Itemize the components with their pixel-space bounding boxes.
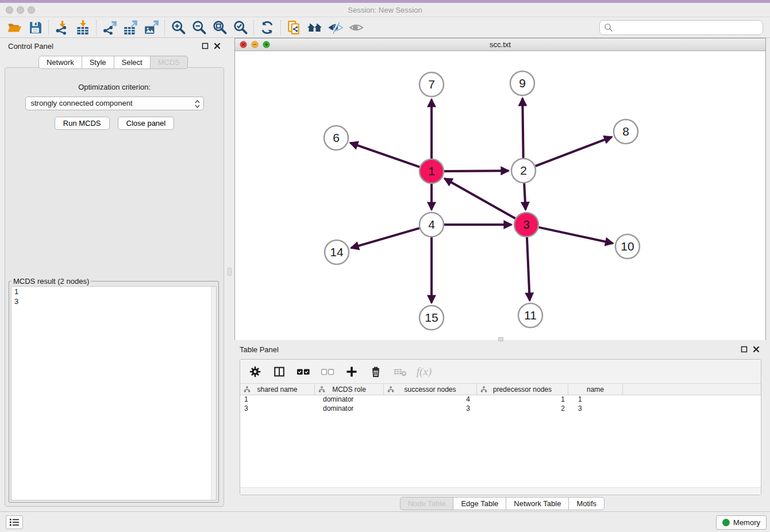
search-input[interactable] bbox=[614, 22, 763, 33]
node-2[interactable]: 2 bbox=[511, 159, 536, 183]
dropdown-stepper-icon bbox=[194, 98, 201, 114]
table-row[interactable]: 1dominator411 bbox=[240, 395, 761, 404]
tab-style[interactable]: Style bbox=[82, 56, 114, 69]
zoom-out-icon[interactable] bbox=[190, 20, 207, 36]
edge-1-2[interactable] bbox=[444, 171, 509, 171]
edge-3-11[interactable] bbox=[527, 237, 530, 300]
table-tab-motifs[interactable]: Motifs bbox=[568, 497, 605, 510]
table-tab-edge-table[interactable]: Edge Table bbox=[453, 497, 506, 510]
table-cell[interactable]: dominator bbox=[315, 404, 384, 414]
edge-4-14[interactable] bbox=[351, 228, 419, 248]
export-network-icon[interactable] bbox=[101, 20, 118, 36]
select-all-checks-icon[interactable] bbox=[295, 364, 311, 380]
float-panel-icon[interactable] bbox=[202, 43, 209, 49]
table-cell[interactable]: 3 bbox=[384, 404, 477, 414]
node-14[interactable]: 14 bbox=[325, 240, 349, 264]
table-row[interactable]: 3dominator323 bbox=[240, 404, 761, 414]
import-table-icon[interactable] bbox=[74, 20, 91, 36]
zoom-selected-icon[interactable] bbox=[232, 20, 249, 36]
table-horizontal-scrollbar[interactable] bbox=[240, 487, 761, 495]
node-4[interactable]: 4 bbox=[419, 213, 444, 237]
window-titlebar: Session: New Session bbox=[0, 3, 770, 17]
control-panel-title: Control Panel bbox=[8, 42, 53, 51]
edge-1-6[interactable] bbox=[351, 143, 420, 167]
table-cell[interactable]: 1 bbox=[477, 395, 568, 404]
edge-2-3[interactable] bbox=[524, 183, 525, 210]
open-session-icon[interactable] bbox=[6, 20, 23, 36]
mcds-result-node: 1 bbox=[11, 287, 216, 296]
table-cell[interactable]: dominator bbox=[315, 395, 384, 404]
node-label: 11 bbox=[524, 309, 537, 322]
close-panel-button[interactable]: Close panel bbox=[118, 117, 175, 130]
search-field[interactable] bbox=[599, 20, 763, 35]
float-table-panel-icon[interactable] bbox=[741, 346, 748, 353]
apply-layout-icon[interactable] bbox=[259, 20, 276, 36]
optimization-criterion-label: Optimization criterion: bbox=[5, 83, 224, 91]
vertical-splitter-grip[interactable] bbox=[228, 268, 232, 276]
node-8[interactable]: 8 bbox=[614, 119, 638, 144]
memory-label: Memory bbox=[733, 518, 760, 527]
table-cell[interactable]: 2 bbox=[477, 404, 568, 414]
show-hide-graphics-details-icon[interactable] bbox=[327, 20, 344, 36]
run-mcds-button[interactable]: Run MCDS bbox=[55, 117, 110, 130]
import-network-icon[interactable] bbox=[53, 20, 71, 36]
table-panel-title: Table Panel bbox=[240, 345, 279, 354]
node-6[interactable]: 6 bbox=[324, 126, 348, 150]
table-tab-node-table[interactable]: Node Table bbox=[400, 497, 454, 510]
node-10[interactable]: 10 bbox=[615, 234, 640, 259]
node-9[interactable]: 9 bbox=[510, 71, 534, 95]
column-header-shared-name[interactable]: shared name bbox=[240, 384, 315, 395]
export-image-icon[interactable] bbox=[143, 20, 160, 36]
table-tab-network-table[interactable]: Network Table bbox=[506, 497, 569, 510]
toolbar-separator bbox=[253, 20, 254, 35]
edge-2-9[interactable] bbox=[522, 98, 523, 158]
fit-content-icon[interactable] bbox=[211, 20, 228, 36]
new-network-from-selection-icon[interactable] bbox=[286, 20, 303, 36]
node-label: 2 bbox=[520, 164, 527, 177]
column-header-label: successor nodes bbox=[404, 385, 456, 394]
split-view-icon[interactable] bbox=[271, 364, 287, 380]
delete-column-icon[interactable] bbox=[368, 364, 384, 380]
add-column-icon[interactable] bbox=[344, 364, 360, 380]
table-cell[interactable]: 1 bbox=[240, 395, 315, 404]
toolbar-separator bbox=[48, 20, 49, 35]
node-7[interactable]: 7 bbox=[419, 72, 444, 97]
toolbar-separator bbox=[280, 20, 281, 35]
network-resize-grip[interactable] bbox=[498, 337, 503, 341]
edge-3-10[interactable] bbox=[539, 228, 613, 244]
node-3[interactable]: 3 bbox=[514, 213, 538, 237]
node-15[interactable]: 15 bbox=[419, 306, 444, 330]
ndex-browse-icon[interactable] bbox=[306, 20, 324, 36]
edge-3-1[interactable] bbox=[445, 179, 515, 218]
tab-mcds[interactable]: MCDS bbox=[150, 56, 188, 69]
zoom-in-icon[interactable] bbox=[170, 20, 187, 36]
export-table-icon[interactable] bbox=[122, 20, 139, 36]
table-panel: Table Panel bbox=[234, 342, 770, 511]
table-cell[interactable]: 3 bbox=[568, 404, 623, 414]
network-canvas[interactable]: 7968124314101511 bbox=[235, 51, 765, 340]
show-task-history-button[interactable] bbox=[6, 515, 23, 529]
deselect-all-checks-icon[interactable] bbox=[319, 364, 336, 380]
save-session-icon[interactable] bbox=[26, 20, 44, 36]
edge-2-8[interactable] bbox=[536, 137, 612, 166]
node-1[interactable]: 1 bbox=[419, 159, 444, 183]
criterion-dropdown[interactable]: strongly connected component bbox=[25, 97, 204, 110]
result-scrollbar[interactable] bbox=[211, 287, 216, 500]
column-header-MCDS-role[interactable]: MCDS role bbox=[315, 384, 384, 395]
network-window-titlebar[interactable]: scc.txt bbox=[235, 38, 765, 51]
table-cell[interactable]: 1 bbox=[568, 395, 623, 404]
settings-gear-icon[interactable] bbox=[247, 364, 263, 380]
close-table-panel-icon[interactable] bbox=[753, 346, 760, 353]
mcds-result-list[interactable]: 13 bbox=[11, 286, 217, 500]
tab-select[interactable]: Select bbox=[114, 56, 151, 69]
close-panel-icon[interactable] bbox=[214, 43, 221, 49]
tab-network[interactable]: Network bbox=[38, 56, 82, 69]
table-cell[interactable]: 3 bbox=[240, 404, 315, 414]
column-header-successor-nodes[interactable]: successor nodes bbox=[384, 384, 477, 395]
table-cell[interactable]: 4 bbox=[384, 395, 477, 404]
memory-button[interactable]: Memory bbox=[716, 515, 767, 530]
table-panel-tabs: Node TableEdge TableNetwork TableMotifs bbox=[234, 497, 770, 510]
column-header-name[interactable]: name bbox=[568, 384, 623, 395]
node-11[interactable]: 11 bbox=[518, 303, 542, 327]
column-header-predecessor-nodes[interactable]: predecessor nodes bbox=[477, 384, 568, 395]
